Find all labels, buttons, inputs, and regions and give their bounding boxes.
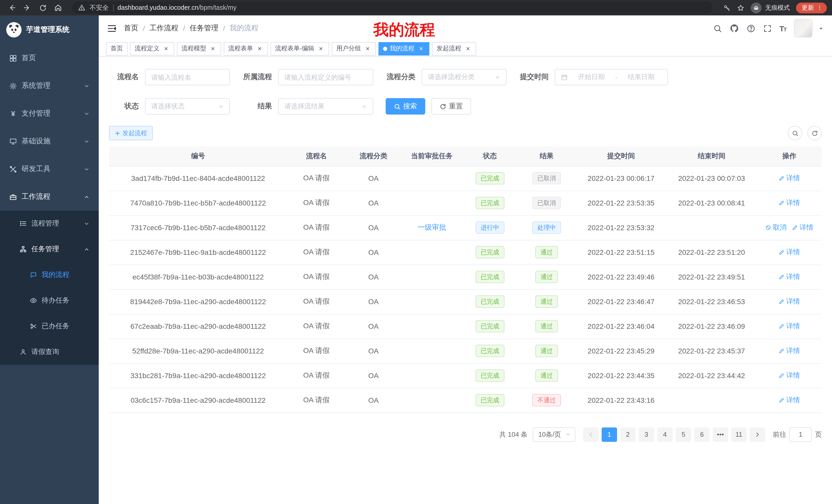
breadcrumb-item-task-management[interactable]: 任务管理: [190, 24, 218, 33]
list-icon: [20, 220, 27, 227]
github-icon[interactable]: [729, 24, 739, 33]
current-task-link[interactable]: 一级审批: [418, 223, 446, 232]
goto-page: 前往 页: [773, 427, 822, 442]
browser-update-button[interactable]: 更新: [796, 2, 827, 13]
tab-item[interactable]: 流程表单-编辑×: [270, 42, 329, 55]
tab-item[interactable]: 我的流程×: [379, 42, 430, 55]
chevron-down-icon[interactable]: [818, 25, 824, 31]
tab-close-icon[interactable]: ×: [418, 45, 425, 52]
avatar[interactable]: [794, 19, 812, 37]
sidebar-item-my-process[interactable]: 我的流程: [0, 262, 99, 288]
prev-page-button[interactable]: [583, 427, 599, 442]
tab-item[interactable]: 流程模型×: [177, 42, 221, 55]
page-number-button[interactable]: 6: [694, 427, 710, 442]
detail-link[interactable]: 详情: [779, 272, 800, 282]
detail-link[interactable]: 详情: [792, 223, 813, 232]
font-size-icon[interactable]: TT: [779, 24, 786, 33]
detail-link[interactable]: 详情: [779, 396, 800, 405]
bookmark-star-icon[interactable]: [737, 4, 745, 11]
search-button-label: 搜索: [403, 102, 417, 111]
page-number-button[interactable]: 11: [731, 427, 747, 442]
status-select[interactable]: 请选择状态: [145, 98, 230, 115]
sidebar-item-process-management[interactable]: 流程管理: [0, 211, 99, 236]
tree-icon: [20, 246, 27, 253]
cell-status: 已完成: [463, 388, 517, 413]
cell-current-task: [401, 166, 463, 191]
tab-label: 我的流程: [390, 44, 414, 53]
filter-process-name: 流程名: [109, 69, 230, 85]
sidebar-item-leave-query[interactable]: 请假查询: [0, 339, 99, 365]
parent-process-input[interactable]: [278, 69, 373, 85]
breadcrumb-item-workflow[interactable]: 工作流程: [150, 24, 178, 33]
tab-close-icon[interactable]: ×: [256, 45, 263, 52]
cell-process-name: OA 请假: [287, 215, 345, 240]
detail-link[interactable]: 详情: [779, 174, 800, 183]
page-ellipsis[interactable]: •••: [713, 427, 728, 442]
address-bar[interactable]: 不安全 dashboard.yudao.iocoder.cn/bpm/task/…: [72, 2, 713, 14]
tab-close-icon[interactable]: ×: [162, 45, 170, 52]
page-number-button[interactable]: 4: [657, 427, 673, 442]
detail-link[interactable]: 详情: [779, 346, 800, 356]
browser-reload-button[interactable]: [36, 1, 49, 15]
browser-forward-button[interactable]: [21, 1, 34, 15]
filter-category: 流程分类 请选择流程分类: [386, 69, 506, 85]
browser-home-button[interactable]: [51, 1, 65, 15]
update-label: 更新: [802, 3, 814, 12]
category-select[interactable]: 请选择流程分类: [422, 69, 506, 85]
page-number-button[interactable]: 5: [676, 427, 691, 442]
sidebar-fold-icon[interactable]: [107, 23, 117, 33]
sidebar-item-workflow[interactable]: 工作流程: [0, 183, 99, 211]
search-icon[interactable]: [713, 24, 722, 33]
goto-page-input[interactable]: [789, 427, 812, 442]
detail-link[interactable]: 详情: [779, 248, 800, 257]
page-size-select[interactable]: 10条/页: [533, 427, 575, 442]
sidebar-item-payment[interactable]: ¥ 支付管理: [0, 100, 99, 128]
browser-back-button[interactable]: [5, 1, 19, 15]
cell-process-name: OA 请假: [287, 339, 345, 363]
app-logo[interactable]: 芋道管理系统: [0, 16, 99, 44]
tab-item[interactable]: 用户分组×: [332, 42, 376, 55]
fullscreen-icon[interactable]: [763, 24, 772, 33]
detail-link[interactable]: 详情: [779, 198, 800, 207]
tab-close-icon[interactable]: ×: [364, 45, 371, 52]
reset-button[interactable]: 重置: [432, 98, 471, 115]
table-row: 7470a810-7b9b-11ec-b5b7-acde48001122OA 请…: [109, 191, 822, 215]
next-page-button[interactable]: [750, 427, 765, 442]
tab-item[interactable]: 发起流程×: [432, 42, 476, 55]
create-process-button[interactable]: 发起流程: [109, 126, 153, 140]
tab-item[interactable]: 流程定义×: [130, 42, 174, 55]
screenshot-root: 不安全 dashboard.yudao.iocoder.cn/bpm/task/…: [0, 0, 832, 504]
detail-link[interactable]: 详情: [779, 321, 800, 331]
submit-time-range-picker[interactable]: 开始日期 - 结束日期: [555, 69, 668, 85]
refresh-table-button[interactable]: [807, 126, 822, 140]
sidebar-item-infrastructure[interactable]: 基础设施: [0, 128, 99, 155]
key-icon[interactable]: [723, 4, 731, 11]
page-number-button[interactable]: 2: [620, 427, 635, 442]
sidebar-item-done-tasks[interactable]: 已办任务: [0, 313, 99, 339]
chevron-down-icon: [84, 221, 89, 226]
sidebar-item-todo-tasks[interactable]: 待办任务: [0, 288, 99, 313]
result-select[interactable]: 请选择流结果: [278, 98, 373, 115]
toggle-search-button[interactable]: [788, 126, 802, 140]
help-icon[interactable]: [746, 24, 755, 33]
tab-item[interactable]: 首页: [106, 42, 128, 55]
sidebar-item-system[interactable]: 系统管理: [0, 72, 99, 100]
cancel-process-link[interactable]: 取消: [765, 223, 787, 232]
process-name-input[interactable]: [145, 69, 230, 85]
sidebar-item-dev-tools[interactable]: 研发工具: [0, 155, 99, 183]
breadcrumb-item-home[interactable]: 首页: [124, 24, 138, 33]
detail-link[interactable]: 详情: [779, 297, 800, 306]
status-tag: 已完成: [476, 271, 504, 283]
page-number-button[interactable]: 3: [639, 427, 654, 442]
sidebar-item-task-management[interactable]: 任务管理: [0, 236, 99, 262]
cell-current-task: [401, 240, 463, 264]
tab-close-icon[interactable]: ×: [209, 45, 216, 52]
tab-item[interactable]: 流程表单×: [224, 42, 268, 55]
search-button[interactable]: 搜索: [386, 98, 425, 115]
sidebar-item-home[interactable]: 首页: [0, 44, 99, 72]
page-number-button[interactable]: 1: [602, 427, 617, 442]
tab-close-icon[interactable]: ×: [464, 45, 471, 52]
browser-menu-kebab-icon[interactable]: [816, 5, 823, 11]
detail-link[interactable]: 详情: [779, 371, 800, 380]
tab-close-icon[interactable]: ×: [317, 45, 324, 52]
